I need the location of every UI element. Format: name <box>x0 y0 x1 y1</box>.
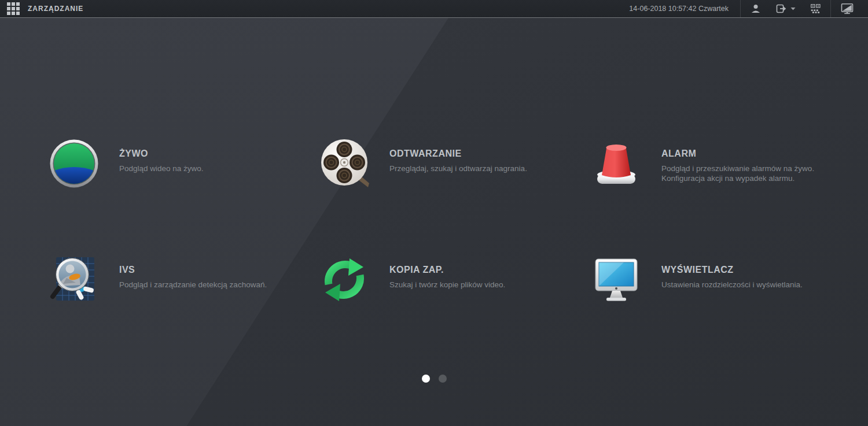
menu-title-ivs: IVS <box>119 265 267 275</box>
menu-desc-ivs: Podgląd i zarządzanie detekcją zachowań. <box>119 280 267 290</box>
top-bar: ZARZĄDZANIE 14-06-2018 10:57:42 Czwartek <box>0 0 868 18</box>
display-switch-button[interactable] <box>833 0 861 17</box>
divider <box>830 0 831 17</box>
qr-code-button[interactable] <box>803 0 828 17</box>
menu-title-playback: ODTWARZANIE <box>389 149 527 159</box>
menu-title-backup: KOPIA ZAP. <box>389 265 505 275</box>
playback-reel-icon <box>319 139 369 188</box>
menu-item-display[interactable]: WYŚWIETLACZ Ustawienia rozdzielczości i … <box>591 255 840 305</box>
display-monitor-icon <box>591 255 641 305</box>
display-switch-icon <box>841 3 854 14</box>
menu-desc-alarm-line2: Konfiguracja akcji na wypadek alarmu. <box>661 173 814 183</box>
page-dot-2[interactable] <box>439 375 447 383</box>
menu-item-playback[interactable]: ODTWARZANIE Przeglądaj, szukaj i odtwarz… <box>319 139 568 188</box>
divider <box>740 0 741 17</box>
user-button[interactable] <box>743 0 768 17</box>
logout-icon <box>776 3 788 14</box>
live-view-icon <box>49 139 99 188</box>
alarm-siren-icon <box>591 139 641 188</box>
menu-title-live: ŻYWO <box>119 149 204 159</box>
backup-sync-icon <box>319 255 369 305</box>
menu-desc-live: Podgląd wideo na żywo. <box>119 164 204 173</box>
menu-desc-alarm-line1: Podgląd i przeszukiwanie alarmów na żywo… <box>661 164 814 173</box>
menu-title-display: WYŚWIETLACZ <box>661 265 803 275</box>
apps-grid-icon[interactable] <box>7 2 20 15</box>
menu-item-ivs[interactable]: IVS Podgląd i zarządzanie detekcją zacho… <box>49 255 298 305</box>
page-dot-1[interactable] <box>422 375 430 383</box>
menu-item-backup[interactable]: KOPIA ZAP. Szukaj i twórz kopie plików v… <box>319 255 568 305</box>
datetime-display: 14-06-2018 10:57:42 Czwartek <box>629 5 729 13</box>
page-indicator <box>0 375 868 383</box>
menu-title-alarm: ALARM <box>661 149 814 159</box>
background-diagonal-band <box>0 17 868 426</box>
menu-item-live[interactable]: ŻYWO Podgląd wideo na żywo. <box>49 139 298 188</box>
ivs-search-icon <box>49 255 99 305</box>
user-icon <box>751 3 761 14</box>
page-title: ZARZĄDZANIE <box>28 5 83 13</box>
menu-desc-display: Ustawienia rozdzielczości i wyświetlania… <box>661 280 803 290</box>
menu-desc-playback: Przeglądaj, szukaj i odtwarzaj nagrania. <box>389 164 527 173</box>
menu-desc-backup: Szukaj i twórz kopie plików video. <box>389 280 505 290</box>
qr-code-icon <box>811 4 821 14</box>
chevron-down-icon <box>790 7 796 10</box>
logout-button[interactable] <box>768 0 803 17</box>
menu-item-alarm[interactable]: ALARM Podgląd i przeszukiwanie alarmów n… <box>591 139 840 188</box>
